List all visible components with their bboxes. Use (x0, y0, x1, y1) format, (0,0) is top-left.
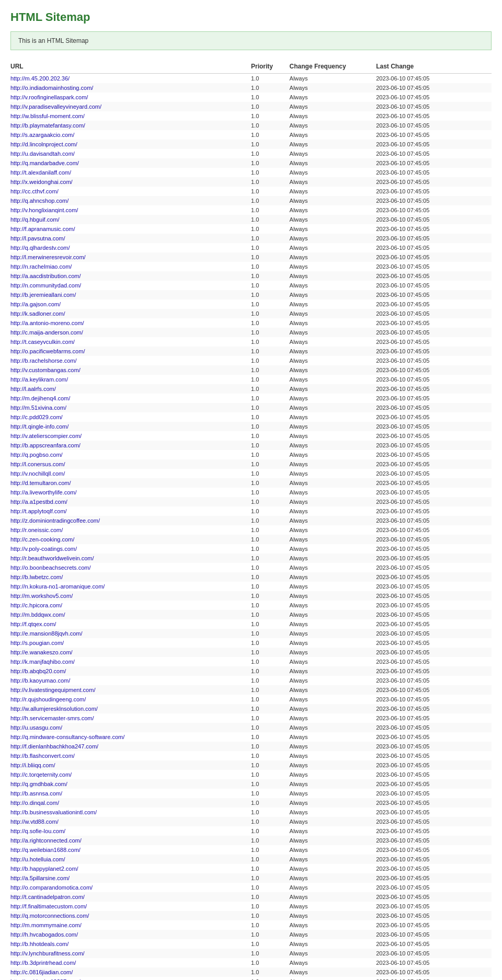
cell-url[interactable]: http://k.sadloner.com/ (10, 309, 251, 318)
url-link[interactable]: http://q.mindware-consultancy-software.c… (10, 734, 124, 740)
url-link[interactable]: http://h.hvcabogados.com/ (10, 931, 78, 938)
url-link[interactable]: http://d.temultaron.com/ (10, 480, 71, 486)
cell-url[interactable]: http://r.oneissic.com/ (10, 525, 251, 535)
cell-url[interactable]: http://a.a1pestbd.com/ (10, 497, 251, 506)
cell-url[interactable]: http://w.shiuohe19387.com/ (10, 977, 251, 980)
cell-url[interactable]: http://e.mansion88jqvh.com/ (10, 629, 251, 638)
url-link[interactable]: http://q.sofie-lou.com/ (10, 828, 65, 834)
url-link[interactable]: http://n.rachelmiao.com/ (10, 263, 72, 270)
cell-url[interactable]: http://b.jeremieallani.com/ (10, 290, 251, 299)
cell-url[interactable]: http://t.alexdanilaff.com/ (10, 168, 251, 177)
url-link[interactable]: http://l.pavsutna.com/ (10, 235, 65, 241)
url-link[interactable]: http://a.a1pestbd.com/ (10, 499, 67, 505)
cell-url[interactable]: http://q.mandarbadve.com/ (10, 158, 251, 168)
cell-url[interactable]: http://v.poly-coatings.com/ (10, 544, 251, 554)
url-link[interactable]: http://f.qtqex.com/ (10, 621, 56, 627)
cell-url[interactable]: http://f.dienlanhbachkhoa247.com/ (10, 742, 251, 751)
cell-url[interactable]: http://m.mommymaine.com/ (10, 920, 251, 930)
url-link[interactable]: http://b.lwbetzc.com/ (10, 574, 63, 580)
url-link[interactable]: http://m.45.200.202.36/ (10, 75, 70, 82)
cell-url[interactable]: http://o.boonbeachsecrets.com/ (10, 563, 251, 572)
cell-url[interactable]: http://f.apranamusic.com/ (10, 224, 251, 234)
cell-url[interactable]: http://o.dinqal.com/ (10, 798, 251, 808)
cell-url[interactable]: http://o.pacificwebfarms.com/ (10, 347, 251, 356)
cell-url[interactable]: http://b.rachelshorse.com/ (10, 356, 251, 365)
cell-url[interactable]: http://q.gmdhbak.com/ (10, 779, 251, 789)
cell-url[interactable]: http://u.usasgu.com/ (10, 723, 251, 732)
cell-url[interactable]: http://c.zen-cooking.com/ (10, 535, 251, 544)
cell-url[interactable]: http://m.workshov5.com/ (10, 591, 251, 601)
url-link[interactable]: http://v.poly-coatings.com/ (10, 546, 77, 552)
url-link[interactable]: http://b.3dprintrhead.com/ (10, 960, 76, 966)
url-link[interactable]: http://r.beauthworldwelivein.com/ (10, 555, 94, 561)
url-link[interactable]: http://q.qlhardestv.com/ (10, 245, 70, 251)
cell-url[interactable]: http://b.abqbq20.com/ (10, 666, 251, 676)
url-link[interactable]: http://m.51xivina.com/ (10, 405, 66, 411)
cell-url[interactable]: http://b.lwbetzc.com/ (10, 572, 251, 582)
url-link[interactable]: http://q.motorconnections.com/ (10, 913, 89, 919)
url-link[interactable]: http://s.azargaakcio.com/ (10, 132, 74, 138)
url-link[interactable]: http://x.weidonghai.com/ (10, 179, 73, 185)
cell-url[interactable]: http://c.maija-anderson.com/ (10, 328, 251, 337)
cell-url[interactable]: http://v.honglixianqint.com/ (10, 205, 251, 215)
cell-url[interactable]: http://b.businessvaluationintl.com/ (10, 808, 251, 817)
cell-url[interactable]: http://b.hhotdeals.com/ (10, 939, 251, 949)
url-link[interactable]: http://b.jeremieallani.com/ (10, 292, 76, 298)
cell-url[interactable]: http://s.azargaakcio.com/ (10, 130, 251, 140)
url-link[interactable]: http://n.communitydad.com/ (10, 282, 81, 289)
url-link[interactable]: http://c.zen-cooking.com/ (10, 536, 74, 543)
url-link[interactable]: http://a.liveworthylife.com/ (10, 489, 77, 495)
cell-url[interactable]: http://a.rightconnected.com/ (10, 836, 251, 845)
url-link[interactable]: http://v.atelierscompier.com/ (10, 433, 82, 439)
url-link[interactable]: http://v.custombangas.com/ (10, 367, 81, 373)
url-link[interactable]: http://z.dominiontradingcoffee.com/ (10, 517, 100, 524)
cell-url[interactable]: http://c.0816jiadian.com/ (10, 967, 251, 977)
cell-url[interactable]: http://v.lynchburafitness.com/ (10, 949, 251, 958)
cell-url[interactable]: http://v.roofinginellaspark.com/ (10, 93, 251, 102)
cell-url[interactable]: http://w.vtd88.com/ (10, 817, 251, 826)
cell-url[interactable]: http://cc.cthvf.com/ (10, 187, 251, 196)
url-link[interactable]: http://m.mommymaine.com/ (10, 922, 82, 928)
url-link[interactable]: http://a.5pillarsine.com/ (10, 875, 70, 881)
url-link[interactable]: http://w.vtd88.com/ (10, 818, 59, 825)
url-link[interactable]: http://v.roofinginellaspark.com/ (10, 94, 88, 100)
url-link[interactable]: http://f.apranamusic.com/ (10, 226, 75, 232)
cell-url[interactable]: http://a.5pillarsine.com/ (10, 873, 251, 883)
cell-url[interactable]: http://q.hbguif.com/ (10, 215, 251, 224)
url-link[interactable]: http://q.mandarbadve.com/ (10, 160, 79, 166)
url-link[interactable]: http://a.gajson.com/ (10, 301, 61, 307)
cell-url[interactable]: http://c.pdd029.com/ (10, 412, 251, 422)
url-link[interactable]: http://b.abqbq20.com/ (10, 668, 66, 674)
cell-url[interactable]: http://q.mindware-consultancy-software.c… (10, 732, 251, 742)
url-link[interactable]: http://w.allumjeresklnsolution.com/ (10, 706, 98, 712)
cell-url[interactable]: http://a.liveworthylife.com/ (10, 488, 251, 497)
url-link[interactable]: http://c.0816jiadian.com/ (10, 969, 73, 975)
cell-url[interactable]: http://r.beauthworldwelivein.com/ (10, 554, 251, 563)
cell-url[interactable]: http://a.keylikram.com/ (10, 375, 251, 384)
cell-url[interactable]: http://c.torqeternity.com/ (10, 770, 251, 779)
cell-url[interactable]: http://u.davisandtah.com/ (10, 149, 251, 158)
cell-url[interactable]: http://s.pougian.com/ (10, 638, 251, 648)
cell-url[interactable]: http://l.aalrfs.com/ (10, 384, 251, 394)
url-link[interactable]: http://m.bddqwx.com/ (10, 612, 65, 618)
url-link[interactable]: http://t.alexdanilaff.com/ (10, 169, 71, 176)
cell-url[interactable]: http://a.aacdistribution.com/ (10, 271, 251, 281)
cell-url[interactable]: http://o.comparandomotica.com/ (10, 883, 251, 892)
cell-url[interactable]: http://v.nochillqll.com/ (10, 469, 251, 478)
url-link[interactable]: http://a.antonio-moreno.com/ (10, 320, 84, 326)
cell-url[interactable]: http://c.hpicora.com/ (10, 601, 251, 610)
cell-url[interactable]: http://n.kokura-no1-aromanique.com/ (10, 582, 251, 591)
url-link[interactable]: http://w.blissful-moment.com/ (10, 113, 85, 119)
cell-url[interactable]: http://q.motorconnections.com/ (10, 911, 251, 920)
url-link[interactable]: http://o.comparandomotica.com/ (10, 884, 93, 891)
cell-url[interactable]: http://d.lincolnproject.com/ (10, 140, 251, 149)
url-link[interactable]: http://t.cantinadelpatron.com/ (10, 894, 85, 900)
url-link[interactable]: http://b.hhotdeals.com/ (10, 941, 69, 947)
cell-url[interactable]: http://b.flashconvert.com/ (10, 751, 251, 760)
cell-url[interactable]: http://x.weidonghai.com/ (10, 177, 251, 187)
url-link[interactable]: http://u.davisandtah.com/ (10, 151, 75, 157)
cell-url[interactable]: http://z.dominiontradingcoffee.com/ (10, 516, 251, 525)
url-link[interactable]: http://v.lynchburafitness.com/ (10, 950, 85, 956)
url-link[interactable]: http://b.happyplanet2.com/ (10, 866, 78, 872)
url-link[interactable]: http://d.lincolnproject.com/ (10, 141, 77, 147)
